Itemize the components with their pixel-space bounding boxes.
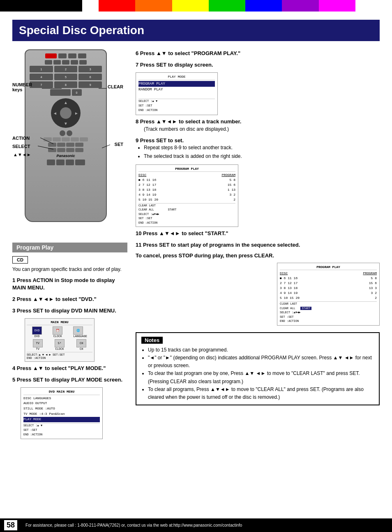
skip-fwd-button[interactable] [75,160,85,165]
annotation-action: ACTION [12,136,30,141]
dvd-menu-title: DVD MAIN MENU [23,389,100,395]
remote-btn-b[interactable] [57,143,65,147]
remote-btn-h[interactable] [75,148,83,152]
step-3: 3 Press SET to display DVD MAIN MENU. [12,307,127,314]
play-button[interactable] [56,160,65,165]
btn-r2-1[interactable] [45,60,52,65]
tv-icon: TV [33,339,43,347]
btn-r2-3[interactable] [62,60,69,65]
language-icon: 🌐 [73,326,83,335]
content-wrapper: Special Disc Operation [0,12,392,470]
annotation-set: SET [115,142,123,147]
step-2-text: Press ▲▼◄► to select "DVD." [17,296,97,302]
notes-box: Notes Up to 15 tracks can be programmed.… [136,332,380,405]
pp1-headers: DISC PROGRAM [138,173,235,178]
btn-r2-2[interactable] [53,60,61,65]
dvd-menu-item-4: TV MODE :4:3 Pan&Scan [23,412,100,417]
step-9: 9 Press SET to set. Repeat steps 8-9 to … [136,136,380,160]
step-4: 4 Press ▲▼ to select "PLAY MODE." [12,364,127,372]
pp2-row2: 2 7 12 17 15 6 [280,281,377,286]
play-mode-screen: PLAY MODE PROGRAM PLAY RANDOM PLAY SELEC… [136,72,218,115]
pp1-footer: CLEAR LAST CLEAR ALL START SELECT :▲▼◄► … [138,203,235,225]
step-6: 6 Press ▲▼ to select "PROGRAM PLAY." [136,49,380,57]
step-9-number: 9 [136,137,140,143]
main-layout: 1 2 3 4 5 6 7 8 9 0 [12,49,380,441]
btn-r2-4[interactable] [71,60,78,65]
remote-btn-d[interactable] [75,143,83,147]
nav-right-arrow: ► [74,111,78,116]
ch-button[interactable] [60,130,65,136]
dvd-button[interactable] [78,53,86,58]
step-8-subtext: (Track numbers on disc are displayed.) [144,126,229,132]
step-8: 8 Press ▲▼◄► to select a track number. (… [136,118,380,132]
remote-btn-a[interactable] [48,143,56,147]
step-8-text: Press ▲▼◄► to select a track number. [140,118,242,125]
color-btn-2[interactable] [53,137,61,141]
num-8[interactable]: 8 [54,81,78,88]
color-btn-4[interactable] [71,137,79,141]
dvd-menu-item-2: AUDIO OUTPUT [23,401,100,406]
num-1[interactable]: 1 [30,66,53,72]
num-7[interactable]: 7 [30,81,53,88]
color-block-white [355,0,392,12]
pp2-row1: ■ 6 11 16 5 8 [280,276,377,281]
touch-button[interactable] [68,53,76,58]
step-5-number: 5 [12,377,17,383]
color-block-purple [282,0,318,12]
pause-button[interactable] [66,160,74,165]
page-content: Special Disc Operation [0,12,392,453]
note-3: To clear the last program one by one, Pr… [148,370,374,385]
num-2[interactable]: 2 [54,66,78,72]
nav-up-arrow: ▲ [64,100,68,105]
pp1-prog-row2: 15 6 [211,183,235,187]
power-button[interactable] [45,53,57,58]
num-9[interactable]: 9 [78,81,102,88]
nav-center-button[interactable] [60,107,71,119]
remote-btn-e[interactable] [48,148,56,152]
step-9-bullet-2: The selected track is added on the right… [144,153,380,160]
pp1-title: PROGRAM PLAY [138,167,235,172]
nav-ring[interactable]: ▲ ▼ ◄ ► [51,98,81,128]
annotation-number-keys: NUMBER keys [12,82,32,92]
num-3[interactable]: 3 [78,66,102,72]
play-mode-item-1: PROGRAM PLAY [138,81,215,87]
pp1-disc-row5: 5 10 15 20 [138,197,209,202]
step-9-text: Press SET to set. [140,137,184,143]
pp2-prog-row2: 15 6 [352,281,377,286]
btn-r2-5[interactable] [79,60,87,65]
clock2-label: CLOCK [55,347,65,351]
num-clear[interactable] [50,89,71,96]
remote-row2 [30,60,102,65]
step-5-text: Press SET to display PLAY MODE screen. [17,377,122,383]
num-5[interactable]: 5 [54,74,78,80]
num-6[interactable]: 6 [78,74,102,80]
remote-btn-g[interactable] [66,148,74,152]
remote-btn-c[interactable] [66,143,74,147]
program-play-header: Program Play [12,243,127,252]
num-0[interactable]: 0 [72,89,82,96]
step-11-number: 11 [136,242,143,248]
color-btn-5[interactable] [80,137,88,141]
pp1-row4: 4 9 14 19 3 2 [138,192,235,197]
vol-button[interactable] [67,130,72,136]
step-4-text: Press ▲▼ to select "PLAY MODE." [17,365,106,371]
color-block-orange [135,0,172,12]
pp1-disc-header: DISC [138,173,208,178]
pp1-row5: 5 10 15 20 2 [138,197,235,202]
remote-btn-f[interactable] [57,148,65,152]
color-btn-1[interactable] [44,137,52,141]
pp1-disc-row1: ■ 6 11 16 [138,178,209,183]
color-buttons-row [30,137,102,141]
color-btn-3[interactable] [62,137,70,141]
pp2-row4: 4 9 14 19 3 2 [280,291,377,296]
main-menu-footer: SELECT:▲ ▼ ◄ ► SET:SETEND :ACTION [27,352,92,360]
pp2-prog-row4: 3 2 [352,291,377,296]
cancel-text: To cancel, press STOP during play, then … [136,252,380,259]
step-8-number: 8 [136,118,140,125]
number-grid: 1 2 3 4 5 6 7 8 9 [30,66,102,88]
stop-button[interactable] [47,160,55,165]
display-button[interactable] [58,53,67,58]
num-4[interactable]: 4 [30,74,53,80]
ch-label: CH [76,347,86,351]
bottom-bar: 58 For assistance, please call : 1-800-2… [0,518,392,532]
